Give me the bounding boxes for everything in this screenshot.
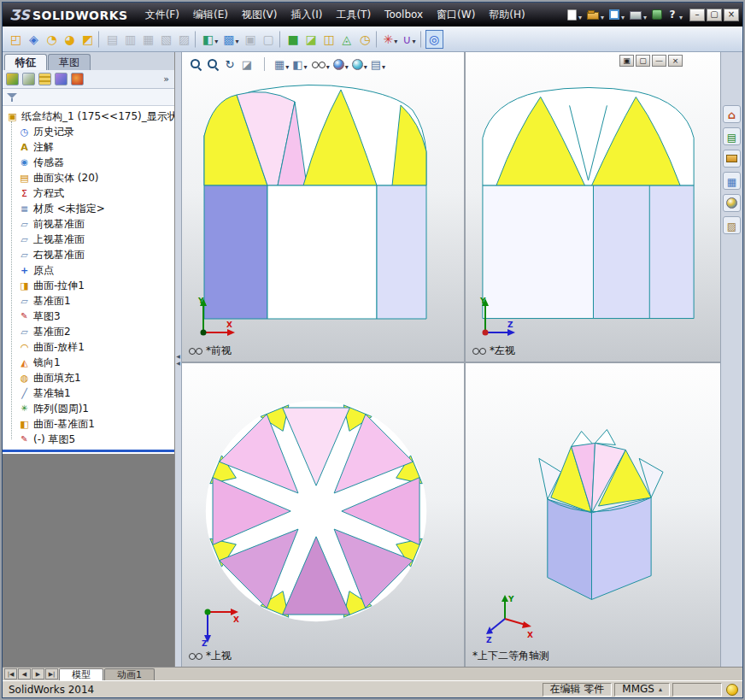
- design-library-tab[interactable]: [723, 127, 741, 145]
- toolbar-tool-button[interactable]: ▤: [103, 30, 121, 49]
- units-selector[interactable]: MMGS ▴: [614, 683, 670, 697]
- tree-item-sketch5[interactable]: (-) 草图5: [3, 432, 174, 447]
- toolbar-tool-button[interactable]: ◩: [79, 30, 97, 49]
- tree-item-front-plane[interactable]: 前视基准面: [3, 216, 174, 232]
- toolbar-tool-button[interactable]: ◧: [200, 30, 220, 49]
- tree-item-surface-loft1[interactable]: 曲面-放样1: [3, 339, 174, 355]
- tree-item-history[interactable]: 历史记录: [3, 124, 174, 139]
- menu-file[interactable]: 文件(F): [138, 3, 186, 26]
- print-button[interactable]: [630, 7, 647, 23]
- tree-item-right-plane[interactable]: 右视基准面: [3, 247, 174, 262]
- viewport-left[interactable]: Y Z *左视: [466, 52, 720, 362]
- toolbar-tool-button[interactable]: ◈: [25, 30, 43, 49]
- tree-item-surface-fill1[interactable]: 曲面填充1: [3, 370, 174, 385]
- menu-tools[interactable]: 工具(T): [329, 3, 378, 26]
- panel-splitter[interactable]: ◀◀: [175, 52, 182, 667]
- tab-model[interactable]: 模型: [59, 668, 103, 680]
- toolbar-tool-button[interactable]: ▣: [242, 30, 260, 49]
- tree-item-surface-plane1[interactable]: 曲面-基准面1: [3, 416, 174, 432]
- propertymanager-tab-icon[interactable]: [22, 73, 35, 85]
- solidworks-resources-tab[interactable]: [723, 105, 741, 123]
- iso-view-body[interactable]: [548, 497, 651, 599]
- tree-item-surface-bodies[interactable]: 曲面实体 (20): [3, 170, 174, 185]
- rebuild-button[interactable]: [652, 9, 662, 20]
- new-document-button[interactable]: [567, 7, 582, 23]
- toolbar-tool-button[interactable]: ■: [285, 30, 302, 49]
- hide-show-items-button[interactable]: [309, 55, 331, 74]
- tree-item-circular-pattern1[interactable]: 阵列(圆周)1: [3, 401, 174, 416]
- first-tab-button[interactable]: |◀: [4, 668, 17, 679]
- left-view-crown[interactable]: [483, 87, 694, 185]
- tree-item-mirror1[interactable]: 镜向1: [3, 355, 174, 370]
- zoom-fit-button[interactable]: [187, 55, 204, 74]
- apply-scene-button[interactable]: [350, 55, 369, 74]
- close-button[interactable]: ×: [724, 9, 739, 21]
- rollback-bar[interactable]: [3, 450, 174, 452]
- toolbar-tool-button[interactable]: ▨: [175, 30, 193, 49]
- make-drawing-button[interactable]: [609, 7, 625, 23]
- filter-icon[interactable]: [7, 91, 18, 103]
- tree-item-sketch3[interactable]: 草图3: [3, 309, 174, 324]
- tree-item-material[interactable]: 材质 <未指定>: [3, 201, 174, 216]
- maximize-button[interactable]: ▢: [707, 9, 722, 21]
- last-tab-button[interactable]: ▶|: [45, 668, 58, 679]
- tab-features[interactable]: 特征: [4, 54, 47, 70]
- dimxpertmanager-tab-icon[interactable]: [71, 73, 84, 85]
- open-button[interactable]: [587, 7, 604, 23]
- toolbar-tool-button[interactable]: ▦: [139, 30, 157, 49]
- custom-properties-tab[interactable]: [723, 216, 741, 234]
- viewport-restore-button[interactable]: ▣: [619, 55, 634, 67]
- tree-item-equations[interactable]: 方程式: [3, 185, 174, 201]
- tree-item-plane2[interactable]: 基准面2: [3, 324, 174, 339]
- quick-tips-icon[interactable]: [726, 684, 738, 696]
- edit-appearance-button[interactable]: [331, 55, 350, 74]
- file-explorer-tab[interactable]: [723, 150, 741, 168]
- menu-window[interactable]: 窗口(W): [430, 3, 482, 26]
- menu-view[interactable]: 视图(V): [235, 3, 285, 26]
- tree-item-annotations[interactable]: 注解: [3, 139, 174, 155]
- toolbar-tool-button[interactable]: ◫: [320, 30, 338, 49]
- viewport-minimize-button[interactable]: —: [652, 55, 666, 67]
- toolbar-tool-button[interactable]: ◔: [43, 30, 61, 49]
- menu-help[interactable]: 帮助(H): [482, 3, 531, 26]
- section-view-button[interactable]: [238, 55, 255, 74]
- top-view-star[interactable]: [206, 401, 427, 622]
- tree-item-sensors[interactable]: 传感器: [3, 155, 174, 170]
- tree-item-origin[interactable]: 原点: [3, 262, 174, 278]
- tab-motion1[interactable]: 动画1: [104, 668, 155, 680]
- tree-item-surface-extrude1[interactable]: 曲面-拉伸1: [3, 278, 174, 293]
- menu-edit[interactable]: 编辑(E): [186, 3, 235, 26]
- featuremanager-tab-ic​on[interactable]: [6, 73, 19, 85]
- help-button[interactable]: [667, 7, 683, 23]
- toolbar-tool-button[interactable]: ◪: [302, 30, 320, 49]
- tree-item-plane1[interactable]: 基准面1: [3, 293, 174, 309]
- toolbar-tool-button[interactable]: ▥: [121, 30, 139, 49]
- toolbar-tool-button[interactable]: ∪: [400, 30, 418, 49]
- viewport-split-button[interactable]: ▢: [636, 55, 650, 67]
- viewport-front[interactable]: Y X *前视: [182, 52, 464, 362]
- displaymanager-tab-icon[interactable]: [55, 73, 67, 85]
- toolbar-tool-button[interactable]: ✳: [381, 30, 401, 49]
- toolbar-tool-button[interactable]: ◎: [425, 30, 443, 49]
- viewport-close-button[interactable]: ×: [668, 55, 683, 67]
- display-style-button[interactable]: [290, 55, 308, 74]
- configurationmanager-tab-icon[interactable]: [38, 73, 51, 85]
- next-tab-button[interactable]: ▶: [32, 668, 44, 679]
- front-view-body[interactable]: [204, 185, 426, 319]
- tree-item-top-plane[interactable]: 上视基准面: [3, 232, 174, 247]
- rotate-view-button[interactable]: [221, 55, 238, 74]
- menu-toolbox[interactable]: Toolbox: [378, 3, 430, 26]
- view-orientation-button[interactable]: [273, 55, 290, 74]
- toolbar-tool-button[interactable]: ▧: [157, 30, 175, 49]
- toolbar-tool-button[interactable]: ◬: [338, 30, 356, 49]
- viewport-isometric[interactable]: Y X Z *上下二等角轴测: [466, 363, 720, 667]
- minimize-button[interactable]: –: [689, 9, 705, 21]
- toolbar-tool-button[interactable]: ▢: [260, 30, 278, 49]
- prev-tab-button[interactable]: ◀: [18, 668, 31, 679]
- toolbar-tool-button[interactable]: ▩: [220, 30, 241, 49]
- collapse-panel-icon[interactable]: ◀◀: [175, 353, 181, 367]
- toolbar-tool-button[interactable]: ◰: [7, 30, 25, 49]
- manager-tabs-overflow[interactable]: »: [163, 74, 171, 85]
- tree-item-axis1[interactable]: 基准轴1: [3, 385, 174, 401]
- menu-insert[interactable]: 插入(I): [284, 3, 329, 26]
